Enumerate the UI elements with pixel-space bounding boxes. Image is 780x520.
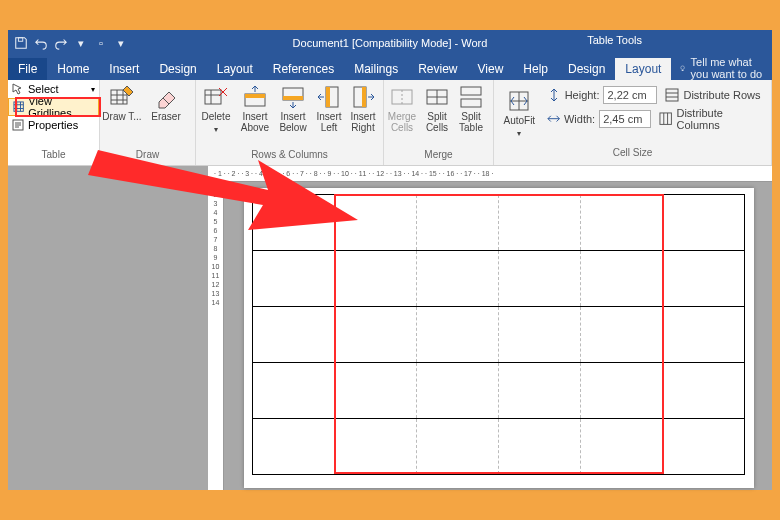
tab-design[interactable]: Design: [149, 58, 206, 80]
save-icon[interactable]: [14, 36, 28, 50]
split-table-label: Split Table: [454, 112, 488, 133]
tab-layout[interactable]: Layout: [207, 58, 263, 80]
distribute-rows-label: Distribute Rows: [683, 89, 760, 101]
insert-left-button[interactable]: Insert Left: [312, 80, 346, 133]
chevron-down-icon: ▾: [214, 125, 218, 134]
row-height-icon: [547, 88, 561, 102]
col-width-icon: [547, 112, 560, 126]
view-gridlines-label: View Gridlines: [28, 95, 94, 119]
eraser-label: Eraser: [151, 112, 180, 123]
qat-icon[interactable]: ▾: [74, 36, 88, 50]
contextual-tab-group-label: Table Tools: [587, 34, 642, 46]
horizontal-ruler[interactable]: · 1 ·· 2 ·· 3 ·· 4 ·· 5 ·· 6 ·· 7 ·· 8 ·…: [208, 166, 772, 182]
tab-review[interactable]: Review: [408, 58, 467, 80]
autofit-label: AutoFit: [503, 116, 535, 127]
svg-rect-17: [461, 99, 481, 107]
select-label: Select: [28, 83, 59, 95]
autofit-button[interactable]: AutoFit ▾: [500, 84, 539, 138]
tab-file[interactable]: File: [8, 58, 47, 80]
view-gridlines-button[interactable]: View Gridlines: [8, 98, 99, 116]
title-bar: ▾ ▫ ▾ Document1 [Compatibility Mode] - W…: [8, 30, 772, 56]
document-page[interactable]: [244, 188, 754, 488]
qat-icon[interactable]: ▫: [94, 36, 108, 50]
insert-above-button[interactable]: Insert Above: [236, 80, 274, 133]
split-table-icon: [458, 84, 484, 110]
undo-icon[interactable]: [34, 36, 48, 50]
tab-insert[interactable]: Insert: [99, 58, 149, 80]
svg-rect-16: [461, 87, 481, 95]
group-rows-columns: Delete ▾ Insert Above Insert Below Inser…: [196, 80, 384, 165]
svg-rect-9: [283, 96, 303, 100]
svg-rect-20: [660, 113, 671, 124]
vertical-ruler[interactable]: 1234567891011121314: [208, 182, 224, 490]
width-value: 2,45 cm: [603, 113, 642, 125]
width-input[interactable]: 2,45 cm: [599, 110, 651, 128]
pencil-table-icon: [109, 84, 135, 110]
tab-mailings[interactable]: Mailings: [344, 58, 408, 80]
quick-access-toolbar: ▾ ▫ ▾: [8, 36, 128, 50]
insert-row-below-icon: [280, 84, 306, 110]
insert-col-right-icon: [350, 84, 376, 110]
redo-icon[interactable]: [54, 36, 68, 50]
draw-table-button[interactable]: Draw T...: [100, 80, 144, 123]
svg-rect-14: [392, 90, 412, 104]
insert-below-button[interactable]: Insert Below: [274, 80, 312, 133]
tab-view[interactable]: View: [468, 58, 514, 80]
svg-point-1: [681, 66, 685, 70]
tab-references[interactable]: References: [263, 58, 344, 80]
distribute-cols-button[interactable]: Distribute Columns: [659, 107, 765, 131]
distribute-rows-button[interactable]: Distribute Rows: [665, 88, 760, 102]
document-table[interactable]: [252, 194, 745, 475]
word-window: ▾ ▫ ▾ Document1 [Compatibility Mode] - W…: [8, 30, 772, 490]
insert-above-label: Insert Above: [236, 112, 274, 133]
eraser-button[interactable]: Eraser: [144, 80, 188, 123]
ribbon-tabs: File Home Insert Design Layout Reference…: [8, 56, 772, 80]
split-table-button[interactable]: Split Table: [454, 80, 488, 133]
insert-right-button[interactable]: Insert Right: [346, 80, 380, 133]
group-label-merge: Merge: [384, 149, 493, 165]
chevron-down-icon: ▾: [91, 85, 95, 94]
height-label: Height:: [565, 89, 600, 101]
tab-help[interactable]: Help: [513, 58, 558, 80]
height-value: 2,22 cm: [607, 89, 646, 101]
tab-context-layout[interactable]: Layout: [615, 58, 671, 80]
svg-rect-5: [205, 90, 221, 104]
svg-rect-2: [14, 102, 23, 111]
split-cells-label: Split Cells: [420, 112, 454, 133]
insert-below-label: Insert Below: [274, 112, 312, 133]
insert-right-label: Insert Right: [346, 112, 380, 133]
svg-rect-0: [18, 38, 22, 42]
properties-icon: [12, 119, 24, 131]
eraser-icon: [153, 84, 179, 110]
cursor-icon: [12, 83, 24, 95]
tab-home[interactable]: Home: [47, 58, 99, 80]
group-label-rowscols: Rows & Columns: [196, 149, 383, 165]
gridlines-icon: [13, 101, 24, 113]
insert-left-label: Insert Left: [312, 112, 346, 133]
group-label-draw: Draw: [100, 149, 195, 165]
merge-cells-label: Merge Cells: [384, 112, 420, 133]
svg-rect-13: [362, 87, 366, 107]
group-label-cellsize: Cell Size: [500, 147, 765, 163]
group-merge: Merge Cells Split Cells Split Table Merg…: [384, 80, 494, 165]
lightbulb-icon: [679, 62, 686, 74]
delete-label: Delete: [202, 112, 231, 123]
svg-rect-11: [326, 87, 330, 107]
merge-cells-button: Merge Cells: [384, 80, 420, 133]
group-cell-size: AutoFit ▾ Height: 2,22 cm Distribute Row…: [494, 80, 772, 165]
tab-context-design[interactable]: Design: [558, 58, 615, 80]
delete-button[interactable]: Delete ▾: [196, 80, 236, 134]
chevron-down-icon: ▾: [517, 129, 521, 138]
svg-rect-7: [245, 94, 265, 98]
tell-me-label: Tell me what you want to do: [691, 56, 772, 80]
qat-icon[interactable]: ▾: [114, 36, 128, 50]
draw-table-label: Draw T...: [102, 112, 141, 123]
tell-me-search[interactable]: Tell me what you want to do: [679, 56, 772, 80]
split-cells-button[interactable]: Split Cells: [420, 80, 454, 133]
group-label-table: Table: [8, 149, 99, 165]
height-input[interactable]: 2,22 cm: [603, 86, 657, 104]
group-draw: Draw T... Eraser Draw: [100, 80, 196, 165]
ribbon: Select ▾ View Gridlines Properties Table: [8, 80, 772, 166]
insert-row-above-icon: [242, 84, 268, 110]
width-label: Width:: [564, 113, 595, 125]
